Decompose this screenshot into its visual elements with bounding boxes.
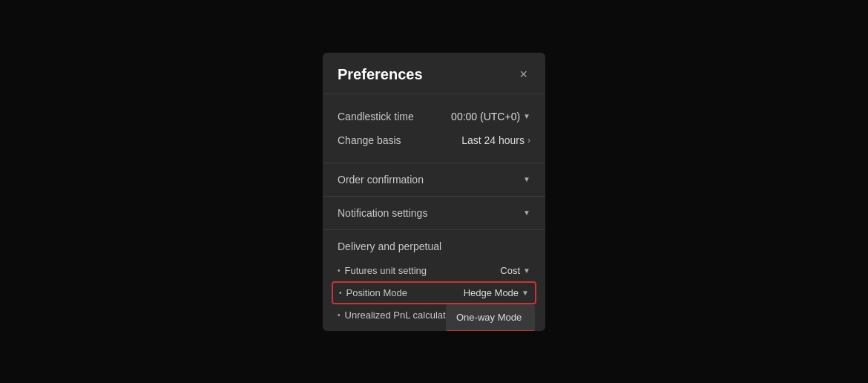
modal-title: Preferences — [338, 66, 423, 83]
candlestick-value[interactable]: 00:00 (UTC+0) ▼ — [451, 111, 530, 122]
futures-unit-label: • Futures unit setting — [338, 265, 427, 276]
top-settings-section: Candlestick time 00:00 (UTC+0) ▼ Change … — [323, 94, 545, 163]
position-mode-row: • Position Mode Hedge Mode ▼ One-way Mod… — [332, 281, 536, 304]
order-confirmation-dropdown-icon: ▼ — [523, 175, 530, 183]
notification-settings-section: Notification settings ▼ — [323, 197, 545, 230]
futures-unit-row: • Futures unit setting Cost ▼ — [338, 260, 530, 281]
position-mode-value[interactable]: Hedge Mode ▼ — [464, 287, 529, 298]
change-basis-row: Change basis Last 24 hours › — [338, 128, 530, 152]
position-mode-dropdown-icon: ▼ — [522, 289, 529, 297]
futures-unit-value[interactable]: Cost ▼ — [500, 265, 530, 276]
order-confirmation-label: Order confirmation — [338, 174, 424, 186]
futures-bullet-icon: • — [338, 266, 341, 275]
notification-settings-label: Notification settings — [338, 207, 427, 219]
unrealized-bullet-icon: • — [338, 311, 341, 319]
one-way-mode-option[interactable]: One-way Mode — [446, 304, 535, 330]
position-mode-label: • Position Mode — [339, 287, 407, 298]
position-mode-dropdown-menu: One-way Mode Hedge Mode — [446, 304, 535, 331]
delivery-section: Delivery and perpetual • Futures unit se… — [323, 230, 545, 331]
change-basis-label: Change basis — [338, 134, 401, 146]
close-button[interactable]: × — [516, 66, 530, 82]
notification-settings-row[interactable]: Notification settings ▼ — [323, 197, 545, 229]
delivery-title: Delivery and perpetual — [338, 240, 530, 252]
modal-header: Preferences × — [323, 53, 545, 94]
hedge-mode-option[interactable]: Hedge Mode — [446, 330, 535, 331]
candlestick-row: Candlestick time 00:00 (UTC+0) ▼ — [338, 105, 530, 128]
candlestick-dropdown-icon: ▼ — [523, 112, 530, 120]
order-confirmation-row[interactable]: Order confirmation ▼ — [323, 163, 545, 196]
preferences-modal: Preferences × Candlestick time 00:00 (UT… — [323, 53, 545, 331]
position-bullet-icon: • — [339, 289, 342, 297]
candlestick-label: Candlestick time — [338, 111, 414, 122]
unrealized-pnl-label: • Unrealized PnL calculation — [338, 310, 458, 321]
order-confirmation-section: Order confirmation ▼ — [323, 163, 545, 197]
change-basis-value[interactable]: Last 24 hours › — [461, 134, 530, 146]
futures-dropdown-icon: ▼ — [523, 266, 530, 275]
notification-settings-dropdown-icon: ▼ — [523, 209, 530, 217]
change-basis-chevron-icon: › — [527, 135, 530, 145]
